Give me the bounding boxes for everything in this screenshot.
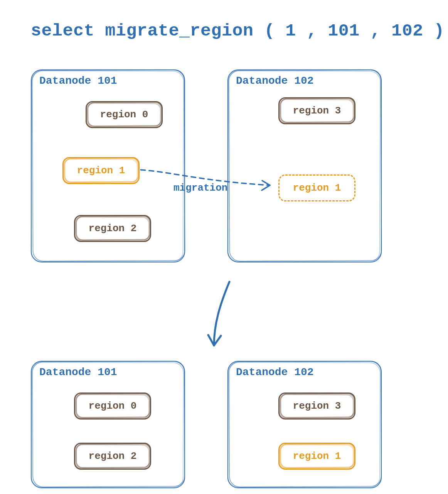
- datanode-102-after: Datanode 102 region 3 region 1: [227, 361, 382, 488]
- region-label: region 0: [100, 109, 148, 120]
- region-label: region 2: [89, 450, 137, 462]
- sql-command: select migrate_region ( 1 , 101 , 102 ) …: [31, 21, 448, 41]
- datanode-label: Datanode 102: [236, 75, 314, 87]
- transition-arrowhead-icon: [208, 335, 221, 345]
- datanode-102-before: Datanode 102 region 3 region 1: [227, 69, 382, 262]
- transition-arrow-icon: [214, 282, 229, 345]
- datanode-101-before: Datanode 101 region 0 region 1 region 2: [31, 69, 185, 262]
- migration-label: migration: [173, 182, 227, 194]
- sql-keyword: select: [31, 21, 94, 41]
- region-label: region 1: [293, 182, 341, 194]
- region-label: region 3: [293, 400, 341, 412]
- sql-arg-2: 101: [328, 21, 360, 41]
- region-box: region 1: [278, 443, 355, 470]
- sql-arg-3: 102: [391, 21, 423, 41]
- region-box: region 2: [74, 215, 151, 242]
- region-box: region 2: [74, 443, 151, 470]
- sql-arg-1: 1: [285, 21, 296, 41]
- datanode-label: Datanode 102: [236, 366, 314, 378]
- region-label: region 1: [77, 165, 125, 176]
- sql-function: migrate_region: [105, 21, 254, 41]
- sql-comma-1: ,: [307, 21, 328, 41]
- datanode-label: Datanode 101: [39, 75, 117, 87]
- region-label: region 0: [89, 400, 137, 412]
- region-box: region 3: [278, 392, 355, 420]
- region-box: region 3: [278, 97, 355, 124]
- sql-close-paren: ): [434, 21, 445, 41]
- region-box: region 0: [74, 392, 151, 420]
- region-label: region 1: [293, 450, 341, 462]
- sql-comma-2: ,: [370, 21, 391, 41]
- region-box-incoming: region 1: [278, 174, 355, 201]
- region-box: region 1: [62, 157, 140, 184]
- region-label: region 2: [89, 223, 137, 234]
- diagram-stage: select migrate_region ( 1 , 101 , 102 ) …: [0, 0, 448, 494]
- region-box: region 0: [86, 101, 163, 128]
- datanode-101-after: Datanode 101 region 0 region 2: [31, 361, 185, 488]
- datanode-label: Datanode 101: [39, 366, 117, 378]
- region-label: region 3: [293, 105, 341, 117]
- sql-open-paren: (: [264, 21, 275, 41]
